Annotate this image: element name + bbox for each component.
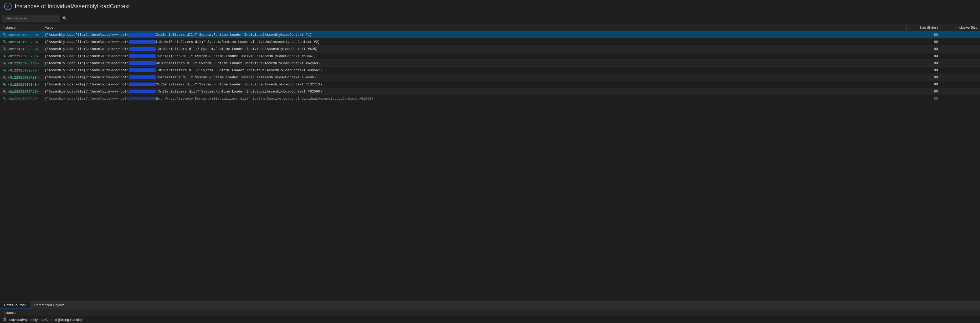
redacted-bar (129, 54, 156, 58)
search-button[interactable]: 🔍 (62, 15, 68, 22)
table-row[interactable]: <0x22A219D82C8>{"Assembly.LoadFile(C:\ho… (0, 38, 980, 46)
svg-point-19 (4, 76, 4, 77)
redacted-bar (129, 68, 156, 72)
col-header-value[interactable]: Value (42, 24, 907, 31)
size-cell: 80 (907, 46, 940, 53)
context-icon (3, 317, 7, 322)
tab-referenced-objects[interactable]: Referenced Objects (30, 301, 69, 309)
svg-point-1 (4, 34, 4, 34)
instance-icon (3, 89, 7, 94)
page-title: Instances of IndividualAssemblyLoadConte… (15, 3, 130, 10)
instances-table: Instance Value Size (Bytes) Inclusive Si… (0, 24, 980, 102)
inclusive-size-cell (940, 31, 980, 38)
instance-cell: <0x229239B2FE8> (0, 74, 42, 81)
filter-bar: 🔍 (0, 13, 980, 24)
table-row[interactable]: <0x229239B3D70>{"Assembly.LoadFile(C:\ho… (0, 95, 980, 102)
table-row[interactable]: <0x22A31FF2C68>{"Assembly.LoadFile(C:\ho… (0, 46, 980, 53)
inclusive-size-cell (940, 38, 980, 46)
bottom-tabs: Paths To Root Referenced Objects (0, 301, 980, 309)
value-cell: {"Assembly.LoadFile(C:\home\site\wwwroot… (42, 74, 907, 81)
table-row[interactable]: <0x229239B3AC0>{"Assembly.LoadFile(C:\ho… (0, 88, 980, 95)
redacted-bar (129, 90, 156, 93)
instance-address: <0x229239B2FE8> (8, 75, 39, 80)
size-cell: 80 (907, 53, 940, 60)
instance-icon (3, 54, 7, 58)
value-cell: {"Assembly.LoadFile(C:\home\site\wwwroot… (42, 46, 907, 53)
value-cell: {"Assembly.LoadFile(C:\home\site\wwwroot… (42, 67, 907, 74)
instance-icon (3, 68, 7, 72)
bottom-instance-text: IndividualAssemblyLoadContext [Strong Ha… (8, 318, 82, 322)
size-cell: 80 (907, 67, 940, 74)
value-cell: {"Assembly.LoadFile(C:\home\site\wwwroot… (42, 31, 907, 38)
inclusive-size-cell (940, 81, 980, 88)
inclusive-size-cell (940, 95, 980, 102)
instance-address: <0x229239B3848> (8, 83, 39, 86)
back-arrow-icon: ← (6, 4, 10, 8)
table-row[interactable]: <0x229239B3848>{"Assembly.LoadFile(C:\ho… (0, 81, 980, 88)
col-header-instance[interactable]: Instance (0, 24, 42, 31)
instance-address: <0x229239B32D0> (8, 54, 39, 58)
inclusive-size-cell (940, 88, 980, 95)
instance-cell: <0x229239B3848> (0, 81, 42, 88)
back-button[interactable]: ← (4, 3, 11, 10)
instance-icon (3, 47, 7, 51)
value-cell: {"Assembly.LoadFile(C:\home\site\wwwroot… (42, 53, 907, 60)
redacted-bar (129, 83, 156, 86)
size-cell: 80 (907, 88, 940, 95)
svg-point-4 (4, 41, 4, 41)
filter-input[interactable] (2, 15, 60, 22)
instance-icon (3, 75, 7, 80)
instance-cell: <0x22A31FF2C68> (0, 46, 42, 52)
value-cell: {"Assembly.LoadFile(C:\home\site\wwwroot… (42, 60, 907, 67)
size-cell: 80 (907, 95, 940, 102)
inclusive-size-cell (940, 53, 980, 60)
svg-rect-30 (3, 318, 6, 321)
redacted-bar (129, 97, 156, 100)
value-cell: {"Assembly.LoadFile(C:\home\site\wwwroot… (42, 95, 907, 102)
size-cell: 80 (907, 74, 940, 81)
instance-icon (3, 40, 7, 44)
size-cell: 80 (907, 31, 940, 38)
value-cell: {"Assembly.LoadFile(C:\home\site\wwwroot… (42, 38, 907, 46)
instance-address: <0x22A219D82C8> (8, 40, 39, 44)
redacted-bar (129, 61, 156, 65)
value-cell: {"Assembly.LoadFile(C:\home\site\wwwroot… (42, 81, 907, 88)
table-row[interactable]: <0x229239B34A8>{"Assembly.LoadFile(C:\ho… (0, 60, 980, 67)
redacted-bar (129, 75, 156, 79)
size-cell: 80 (907, 81, 940, 88)
size-cell: 80 (907, 60, 940, 67)
svg-point-28 (4, 98, 4, 98)
svg-point-31 (5, 319, 5, 320)
redacted-bar (129, 47, 156, 51)
bottom-instance-row: IndividualAssemblyLoadContext [Strong Ha… (0, 316, 980, 323)
svg-point-22 (4, 84, 4, 84)
instance-icon (3, 97, 7, 101)
app-container: ← Instances of IndividualAssemblyLoadCon… (0, 0, 980, 323)
table-row[interactable]: <0x229239B32D0>{"Assembly.LoadFile(C:\ho… (0, 53, 980, 60)
instance-cell: <0x229239B34A8> (0, 60, 42, 67)
col-header-inclusive-size[interactable]: Inclusive Size (940, 24, 980, 31)
instance-cell: <0x229239B3D70> (0, 95, 42, 102)
search-icon: 🔍 (62, 16, 67, 21)
svg-point-10 (4, 55, 4, 56)
instance-icon (3, 33, 7, 37)
tab-paths-to-root[interactable]: Paths To Root (0, 301, 30, 309)
instance-cell: <0x229239B32D0> (0, 53, 42, 59)
instance-cell: <0x229239B2E10> (0, 67, 42, 73)
instance-cell: <0x229219BFCF0> (0, 31, 42, 38)
instance-address: <0x229239B2E10> (8, 68, 39, 72)
table-row[interactable]: <0x229239B2FE8>{"Assembly.LoadFile(C:\ho… (0, 74, 980, 81)
table-row[interactable]: <0x229239B2E10>{"Assembly.LoadFile(C:\ho… (0, 67, 980, 74)
redacted-bar (129, 40, 156, 44)
col-header-size[interactable]: Size (Bytes) (907, 24, 940, 31)
instances-table-container[interactable]: Instance Value Size (Bytes) Inclusive Si… (0, 24, 980, 301)
instance-address: <0x229219BFCF0> (8, 33, 39, 37)
inclusive-size-cell (940, 74, 980, 81)
inclusive-size-cell (940, 46, 980, 53)
svg-point-25 (4, 91, 4, 91)
svg-point-16 (4, 69, 4, 70)
instance-address: <0x22A31FF2C68> (8, 47, 39, 51)
redacted-bar (129, 33, 156, 37)
inclusive-size-cell (940, 60, 980, 67)
table-row[interactable]: <0x229219BFCF0>{"Assembly.LoadFile(C:\ho… (0, 31, 980, 38)
